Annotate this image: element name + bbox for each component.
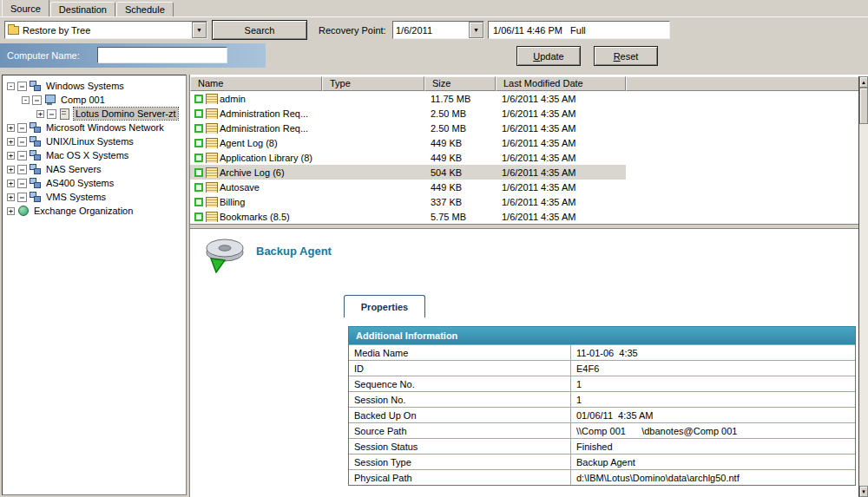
file-size: 504 KB [424, 167, 496, 178]
chevron-down-icon[interactable]: ▼ [469, 22, 483, 38]
checkbox-icon[interactable] [32, 95, 42, 105]
checkbox-icon[interactable] [17, 151, 27, 160]
checkbox-icon[interactable] [17, 123, 27, 133]
table-row: Sequence No. 1 [349, 376, 855, 391]
file-row[interactable]: admin 11.75 MB 1/6/2011 4:35 AM [190, 91, 626, 106]
tree-item-mac-os-x-systems[interactable]: + Mac OS X Systems [3, 148, 186, 162]
backup-agent-disk-icon [202, 236, 247, 276]
table-row: Physical Path d:\IBM\Lotus\Domino\data\a… [349, 469, 855, 485]
scroll-up-icon[interactable]: ▲ [859, 76, 868, 88]
column-header-modified[interactable]: Last Modified Date [496, 76, 626, 91]
scroll-down-icon[interactable]: ▼ [859, 486, 868, 497]
scroll-thumb[interactable] [859, 88, 868, 124]
column-header-size[interactable]: Size [424, 76, 496, 91]
column-header-name[interactable]: Name [190, 76, 322, 91]
vertical-scrollbar[interactable]: ▲ ▼ [858, 76, 868, 497]
include-checkbox-icon[interactable] [194, 213, 203, 221]
include-checkbox-icon[interactable] [194, 139, 203, 147]
tree-item-exchange-organization[interactable]: + Exchange Organization [3, 204, 186, 218]
detail-value: Backup Agent [571, 454, 855, 469]
include-checkbox-icon[interactable] [194, 168, 203, 177]
file-row[interactable]: Agent Log (8) 449 KB 1/6/2011 4:35 AM [190, 135, 626, 150]
expand-icon[interactable]: + [7, 180, 15, 187]
checkbox-icon[interactable] [17, 165, 27, 174]
column-header-type[interactable]: Type [322, 76, 424, 91]
checkbox-icon[interactable] [17, 82, 27, 91]
expand-icon[interactable]: + [7, 166, 15, 173]
table-row: ID E4F6 [349, 360, 855, 376]
computer-name-input[interactable] [97, 47, 227, 63]
expand-icon[interactable]: + [7, 152, 15, 160]
tab-bar: Source Destination Schedule [0, 0, 868, 17]
file-row[interactable]: Administration Req... 2.50 MB 1/6/2011 4… [190, 121, 626, 135]
file-row[interactable]: Administration Req... 2.50 MB 1/6/2011 4… [190, 106, 626, 121]
computer-name-label: Computer Name: [7, 50, 80, 61]
table-row: Backed Up On 01/06/11 4:35 AM [349, 407, 855, 422]
file-size: 449 KB [424, 153, 496, 163]
tree-item-comp-001[interactable]: - Comp 001 [3, 93, 186, 107]
detail-value: Finished [571, 439, 855, 454]
detail-value: E4F6 [571, 361, 855, 376]
file-name: Agent Log (8) [220, 138, 278, 148]
detail-label: ID [349, 361, 571, 376]
file-row-selected[interactable]: Archive Log (6) 504 KB 1/6/2011 4:35 AM [190, 165, 626, 180]
update-button[interactable]: Update [516, 46, 581, 66]
chevron-down-icon[interactable]: ▼ [192, 22, 207, 38]
file-size: 11.75 MB [424, 94, 496, 104]
include-checkbox-icon[interactable] [194, 95, 203, 103]
content-panel: Name Type Size Last Modified Date admin … [189, 75, 868, 497]
tree-item-as400-systems[interactable]: + AS400 Systems [3, 176, 186, 190]
tree-item-microsoft-windows-network[interactable]: + Microsoft Windows Network [3, 121, 186, 134]
file-row[interactable]: Application Library (8) 449 KB 1/6/2011 … [190, 150, 626, 165]
tab-source[interactable]: Source [2, 0, 49, 16]
file-row[interactable]: Autosave 449 KB 1/6/2011 4:35 AM [190, 180, 626, 194]
file-size: 449 KB [424, 182, 496, 193]
file-name: Administration Req... [220, 123, 308, 134]
network-icon [30, 122, 42, 133]
tree-item-vms-systems[interactable]: + VMS Systems [3, 190, 186, 204]
checkbox-icon[interactable] [47, 109, 56, 119]
tree-item-unix-linux-systems[interactable]: + UNIX/Linux Systems [3, 134, 186, 148]
tree-item-windows-systems[interactable]: - Windows Systems [3, 79, 186, 93]
checkbox-icon[interactable] [17, 193, 27, 202]
recovery-point-dropdown[interactable]: 1/6/2011 ▼ [392, 21, 484, 39]
include-checkbox-icon[interactable] [194, 109, 203, 118]
tree-item-lotus-domino-server[interactable]: + Lotus Domino Server-zt [3, 107, 186, 121]
database-icon [206, 167, 217, 177]
recovery-detail-field[interactable]: 1/06/11 4:46 PM Full [488, 21, 670, 39]
table-row: Session No. 1 [349, 391, 855, 407]
checkbox-icon[interactable] [17, 179, 27, 188]
tab-properties[interactable]: Properties [344, 295, 425, 317]
include-checkbox-icon[interactable] [194, 154, 203, 162]
reset-button[interactable]: Reset [594, 46, 658, 66]
tree-item-label: Comp 001 [59, 94, 107, 106]
file-list-header: Name Type Size Last Modified Date [190, 76, 859, 91]
file-name: Administration Req... [220, 108, 308, 119]
file-name: Application Library (8) [220, 153, 312, 163]
collapse-icon[interactable]: - [7, 82, 15, 90]
file-row[interactable]: Bookmarks (8.5) 5.75 MB 1/6/2011 4:35 AM [190, 209, 626, 224]
include-checkbox-icon[interactable] [194, 183, 203, 192]
checkbox-icon[interactable] [17, 137, 27, 147]
collapse-icon[interactable]: - [22, 96, 30, 104]
include-checkbox-icon[interactable] [194, 198, 203, 206]
expand-icon[interactable]: + [7, 138, 15, 146]
restore-mode-dropdown[interactable]: Restore by Tree ▼ [4, 21, 207, 39]
database-icon [206, 123, 217, 133]
file-row[interactable]: Billing 337 KB 1/6/2011 4:35 AM [190, 194, 626, 209]
include-checkbox-icon[interactable] [194, 124, 203, 133]
expand-icon[interactable]: + [7, 124, 15, 132]
table-row: Session Status Finished [349, 438, 855, 454]
expand-icon[interactable]: + [7, 193, 15, 201]
file-modified: 1/6/2011 4:35 AM [496, 182, 626, 193]
tab-destination[interactable]: Destination [50, 2, 115, 16]
tree-item-nas-servers[interactable]: + NAS Servers [3, 162, 186, 176]
expand-icon[interactable]: + [36, 110, 44, 118]
tab-schedule[interactable]: Schedule [116, 2, 174, 16]
restore-window: Source Destination Schedule Restore by T… [0, 0, 868, 497]
search-button[interactable]: Search [212, 20, 307, 40]
file-modified: 1/6/2011 4:35 AM [496, 212, 626, 222]
scroll-track[interactable] [859, 124, 868, 486]
network-icon [30, 150, 42, 160]
expand-icon[interactable]: + [7, 207, 15, 215]
